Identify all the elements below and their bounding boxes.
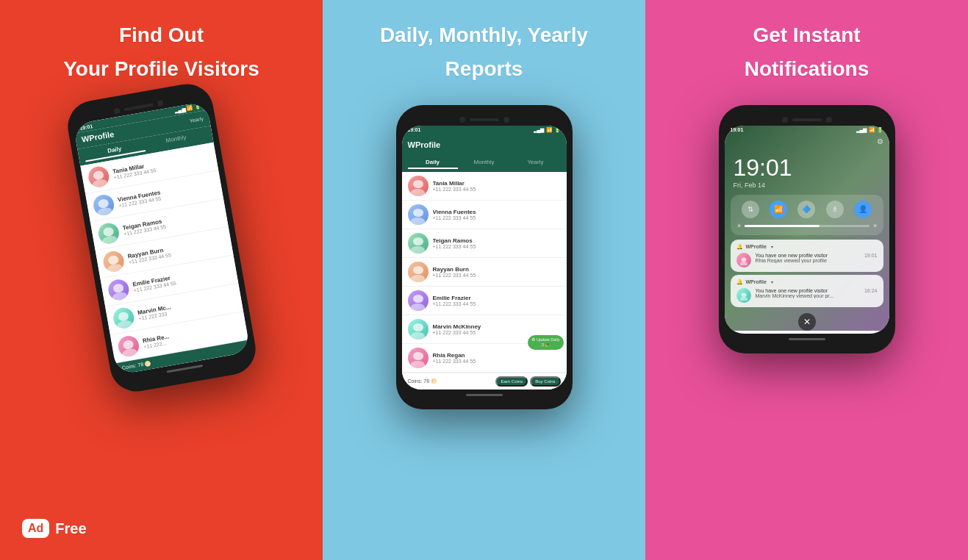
avatar-c4 [408, 262, 429, 282]
notif-header-2: 🔔 WProfile ▾ [736, 279, 878, 285]
wifi-icon: 📶 [186, 105, 193, 112]
signal-icon-r: ▂▄▆ [856, 127, 867, 133]
brightness-low-icon: ☀ [736, 223, 742, 229]
contact-info-c7: Rhia Regan +11 222 333 44 55 [433, 352, 561, 364]
phone-left: 19:01 ▂▄▆ 📶 🔋 WProfile Yearly Daily Mont… [63, 79, 259, 395]
avatar-4 [101, 249, 125, 273]
app-header-center: WProfile [402, 134, 567, 155]
ad-box: Ad [22, 519, 49, 538]
gear-icon[interactable]: ⚙ [877, 137, 883, 146]
status-time-left: 19:01 [79, 123, 93, 130]
phone-speaker-r [792, 118, 822, 121]
phone-center-body: 19:01 ▂▄▆ 📶 🔋 WProfile Daily Monthly Yea… [396, 105, 573, 409]
panel-left: Find Out Your Profile Visitors 19:01 ▂▄▆… [0, 0, 323, 560]
phone-center-wrap: 19:01 ▂▄▆ 📶 🔋 WProfile Daily Monthly Yea… [396, 105, 573, 409]
sliders-icon[interactable]: ⇅ [742, 201, 759, 218]
list-item: Emilie Frazier +11 222 333 44 55 [402, 287, 567, 315]
panel-center: Daily, Monthly, Yearly Reports 19:01 ▂▄▆… [323, 0, 645, 560]
notif-avatar-1 [736, 253, 751, 268]
close-button-wrap: ✕ [725, 313, 889, 331]
lock-time: 19:01 [725, 147, 889, 182]
torch-icon[interactable]: 🕯 [826, 201, 844, 218]
tab-yearly-center[interactable]: Yearly [511, 157, 561, 169]
avatar-c6 [408, 319, 429, 340]
lock-screen: ⚙ 19:01 Fri, Feb 14 ⇅ 📶 🔷 🕯 👤 [725, 126, 889, 331]
brightness-high-icon: ☀ [872, 223, 878, 229]
notif-app-1: WProfile [746, 244, 767, 249]
brightness-fill [745, 225, 820, 227]
contact-phone-c2: +11 222 333 44 55 [433, 215, 561, 220]
home-bar-center [466, 394, 503, 396]
bell-icon-2: 🔔 [736, 279, 743, 285]
notif-body-1: You have one new profile visitor Rhia Re… [736, 253, 878, 268]
brightness-control: ☀ ☀ [736, 223, 878, 229]
avatar-c7 [408, 348, 429, 368]
phone-camera-c2 [503, 117, 509, 123]
left-title-line1: Find Out [63, 22, 259, 49]
tab-bar-center: Daily Monthly Yearly [402, 155, 567, 172]
avatar-5 [107, 278, 130, 301]
phone-bottom-center [402, 390, 567, 401]
status-time-center: 19:01 [408, 127, 421, 132]
tab-monthly-center[interactable]: Monthly [459, 157, 509, 169]
avatar-1 [87, 165, 110, 188]
user-icon[interactable]: 👤 [854, 201, 872, 218]
buy-coins-button[interactable]: Buy Coins [530, 376, 560, 387]
avatar-c3 [408, 233, 429, 254]
bluetooth-icon[interactable]: 🔷 [797, 201, 815, 218]
chevron-icon-1: ▾ [771, 244, 773, 249]
right-title-line1: Get Instant [745, 22, 870, 49]
contact-info-c3: Teigan Ramos +11 222 333 44 55 [433, 237, 561, 249]
notification-1: 🔔 WProfile ▾ You have one new profile vi… [731, 240, 883, 272]
ad-text: Ad [28, 522, 43, 535]
contact-name-c5: Emilie Frazier [433, 295, 561, 301]
contact-name-c2: Vienna Fuentes [433, 209, 561, 215]
notif-text-2: You have one new profile visitor Marvin … [756, 288, 860, 298]
list-item: Tania Millar +11 222 333 44 55 [402, 172, 567, 201]
contact-phone-c6: +11 222 333 44 55 [433, 330, 561, 335]
notif-desc-1: Rhia Regan viewed your profile [756, 258, 860, 263]
phone-speaker [123, 103, 153, 111]
battery-icon: 🔋 [194, 104, 201, 110]
notif-time-1: 19:01 [864, 253, 878, 258]
close-notifications-button[interactable]: ✕ [798, 313, 816, 331]
avatar-6 [111, 306, 135, 329]
earn-coins-button[interactable]: Earn Coins [495, 376, 528, 387]
qs-icons-row: ⇅ 📶 🔷 🕯 👤 [736, 201, 878, 218]
avatar-c5 [408, 290, 429, 311]
quick-settings-panel: ⇅ 📶 🔷 🕯 👤 ☀ ☀ [731, 195, 883, 235]
panel-left-title: Find Out Your Profile Visitors [63, 22, 259, 98]
brightness-track[interactable] [745, 225, 870, 227]
wifi-icon-c: 📶 [546, 127, 553, 133]
avatar-c1 [408, 176, 429, 196]
bell-icon-1: 🔔 [736, 244, 743, 250]
phone-camera-c1 [459, 117, 465, 123]
list-item: Rhia Regan +11 222 333 44 55 ♻ Update Da… [402, 344, 567, 373]
notif-desc-2: Marvin McKinney viewed your pr... [756, 293, 860, 298]
coins-bar-center: Coins: 78 🌕 Earn Coins Buy Coins [402, 373, 567, 390]
status-bar-center: 19:01 ▂▄▆ 📶 🔋 [402, 126, 567, 134]
status-icons-center: ▂▄▆ 📶 🔋 [534, 127, 561, 133]
wifi-toggle-icon[interactable]: 📶 [770, 201, 787, 218]
tab-daily-center[interactable]: Daily [408, 157, 458, 169]
avatar-3 [96, 221, 120, 245]
battery-icon-c: 🔋 [554, 127, 561, 133]
phone-screen-left: 19:01 ▂▄▆ 📶 🔋 WProfile Yearly Daily Mont… [73, 101, 250, 375]
contact-info-c4: Rayyan Burn +11 222 333 44 55 [433, 266, 561, 278]
contact-name-c3: Teigan Ramos [433, 237, 561, 244]
contact-name-c1: Tania Millar [433, 180, 561, 187]
panel-right-title: Get Instant Notifications [745, 22, 870, 98]
notification-2: 🔔 WProfile ▾ You have one new profile vi… [731, 275, 883, 307]
phone-camera [113, 107, 120, 114]
list-item: Vienna Fuentes +11 222 333 44 55 [402, 201, 567, 229]
contact-name-c6: Marvin McKinney [433, 323, 561, 330]
signal-icon-c: ▂▄▆ [534, 127, 545, 133]
update-daily-button[interactable]: ♻ Update Daily3 🐢 [528, 335, 563, 350]
phone-camera-r1 [782, 117, 788, 123]
contact-phone-c7: +11 222 333 44 55 [433, 359, 561, 364]
signal-icon: ▂▄▆ [173, 107, 185, 114]
phone-right-body: 19:01 ▂▄▆ 📶 🔋 ⚙ 19:01 Fri, Feb 14 [719, 105, 895, 353]
notif-body-2: You have one new profile visitor Marvin … [736, 288, 878, 303]
contact-info-c1: Tania Millar +11 222 333 44 55 [433, 180, 561, 192]
contact-list-center: Tania Millar +11 222 333 44 55 Vienna Fu… [402, 172, 567, 373]
